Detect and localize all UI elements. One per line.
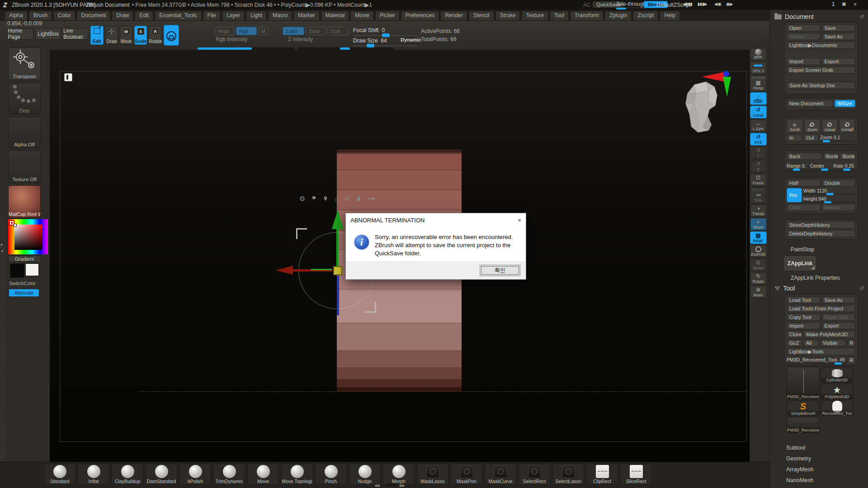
menu-item[interactable]: Light	[246, 11, 267, 20]
menu-item[interactable]: Color	[53, 11, 75, 20]
shelf-button[interactable]: Ghost	[750, 218, 767, 230]
shelf-button[interactable]: SPix 3	[750, 61, 767, 74]
save-as-startup-button[interactable]: Save As Startup Doc	[787, 82, 855, 89]
gizmo-center-handle[interactable]	[333, 266, 342, 275]
clone-button[interactable]: Clone	[787, 331, 802, 338]
brush-button[interactable]: TrimDynamic	[213, 464, 245, 485]
menu-item[interactable]: Stroke	[495, 11, 520, 20]
store-depth-history-button[interactable]: StoreDepthHistory	[787, 221, 855, 229]
ok-button[interactable]: 확인	[480, 265, 520, 276]
resize-button[interactable]: Resize	[822, 204, 856, 211]
shelf-button[interactable]: Move	[750, 286, 767, 298]
double-button[interactable]: Double	[822, 179, 856, 187]
half-button[interactable]: Half	[787, 179, 821, 187]
shelf-button[interactable]: Local	[750, 106, 767, 118]
export-screen-grab-button[interactable]: Export Screen Grab	[787, 66, 855, 74]
main-color-swatch[interactable]	[10, 263, 24, 278]
lightbox-button[interactable]: LightBox	[35, 28, 61, 40]
shelf-button[interactable]: Zoom3D	[750, 245, 767, 258]
reset-orientation-icon[interactable]: ↺	[344, 195, 350, 203]
edit-mode-button[interactable]: Edit	[90, 26, 104, 45]
menu-item[interactable]: Picker	[375, 11, 399, 20]
zoom-slider[interactable]: Zoom 0.1	[820, 135, 855, 141]
zapplink-button[interactable]: ZAppLink	[783, 255, 816, 271]
brush-button[interactable]: SelectLasso	[552, 464, 584, 485]
zoom-out-button[interactable]: Out	[803, 134, 819, 141]
draw-size-slider[interactable]: Draw Size 64	[353, 38, 387, 44]
menu-item[interactable]: Transform	[570, 11, 604, 20]
goz-visible-button[interactable]: Visible	[820, 339, 846, 347]
range-slider[interactable]: Range 0.	[787, 163, 809, 170]
tool-reset-icon[interactable]: ↺	[859, 285, 864, 291]
stroke-picker[interactable]: Dots	[8, 83, 41, 114]
mrgb-toggle[interactable]: Mrgb	[215, 27, 235, 35]
brush-button[interactable]: SliceRect	[620, 464, 652, 485]
height-slider[interactable]: Height 840	[803, 196, 855, 202]
divider-right-icon[interactable]: ▮▮▮▶	[698, 2, 708, 6]
dock-right-icon[interactable]: ▣▶	[726, 2, 733, 6]
goz-all-button[interactable]: All	[803, 339, 819, 347]
menu-item[interactable]: Macro	[268, 11, 292, 20]
menu-item[interactable]: Alpha	[5, 11, 28, 20]
tool-thumb-recovered[interactable]: Recovered_Too	[821, 400, 854, 416]
shelf-button[interactable]: BPR	[750, 48, 767, 61]
paste-tool-button[interactable]: Paste Tool	[822, 314, 856, 321]
aahalf-button[interactable]: AAHalf	[839, 119, 855, 133]
focal-shift-slider[interactable]: Focal Shift 0	[353, 27, 385, 33]
gear-icon[interactable]: ⚙	[299, 195, 305, 203]
menu-item[interactable]: File	[203, 11, 221, 20]
width-slider[interactable]: Width 1120	[803, 188, 855, 194]
document-panel-header[interactable]: Document ↺	[774, 13, 864, 20]
menu-item[interactable]: Help	[660, 11, 680, 20]
save-button[interactable]: Save	[822, 24, 856, 32]
dialog-title-bar[interactable]: ABNORMAL TERMINATION ×	[346, 213, 526, 227]
save-as-button[interactable]: Save As	[822, 33, 856, 40]
tool-export-button[interactable]: Export	[822, 322, 856, 329]
brush-button[interactable]: hPolish	[179, 464, 211, 485]
make-polymesh3d-button[interactable]: Make PolyMesh3D	[803, 331, 855, 338]
material-picker[interactable]: MatCap Red W	[8, 185, 41, 218]
tool-thumb-current[interactable]: PM3D_Recovere	[787, 367, 820, 399]
shelf-button[interactable]: XYZ	[750, 133, 767, 145]
m-toggle[interactable]: M	[258, 27, 269, 35]
shelf-button[interactable]: Z	[750, 160, 767, 173]
lightbox-tools-button[interactable]: Lightbox▶Tools	[787, 348, 855, 355]
current-brush-button[interactable]	[164, 25, 179, 46]
subtool-section[interactable]: Subtool	[786, 445, 805, 451]
menu-item[interactable]: Preferences	[401, 11, 439, 20]
brush-button[interactable]: MaskLasso	[417, 464, 448, 485]
color-picker[interactable]	[8, 219, 48, 254]
recovered-tool-slider[interactable]: PM3D_Recovered_Tool. 49	[787, 357, 846, 364]
back-button[interactable]: Back	[787, 153, 822, 160]
dynamic-label[interactable]: Dynamic	[401, 37, 421, 42]
shelf-button[interactable]: PolyF	[750, 231, 767, 244]
brush-button[interactable]: Nudge	[349, 464, 381, 485]
move-mode-button[interactable]: M Move	[120, 26, 132, 45]
draw-size-thumb[interactable]	[367, 44, 374, 47]
zoom-in-button[interactable]: In	[787, 134, 802, 141]
menu-item[interactable]: Movie	[350, 11, 374, 20]
shelf-button[interactable]: Rotate	[750, 272, 767, 285]
shelf-button[interactable]: Y	[750, 146, 767, 159]
menu-item[interactable]: Zplugin	[605, 11, 632, 20]
shelf-button[interactable]: Xpose	[750, 258, 767, 271]
menu-item[interactable]: Material	[321, 11, 349, 20]
crop-button[interactable]: Crop	[787, 204, 821, 211]
divider-left-icon[interactable]: ◀▮▮▮	[683, 2, 693, 6]
gradient-button[interactable]: Gradient	[8, 255, 41, 262]
minimize-button[interactable]: ↧	[831, 1, 835, 8]
border1-button[interactable]: Border	[823, 153, 839, 160]
secondary-color-swatch[interactable]	[25, 263, 39, 276]
menu-item[interactable]: Render	[440, 11, 467, 20]
brush-button[interactable]: MaskPen	[451, 464, 482, 485]
gizmo-x-arrow[interactable]	[276, 266, 293, 275]
center-slider[interactable]: Center	[810, 163, 832, 170]
shelf-button[interactable]: L.Sym	[750, 119, 767, 132]
tool-thumb-simplebrush[interactable]: SSimpleBrush	[787, 400, 820, 416]
gizmo-y-arrow[interactable]	[332, 210, 344, 229]
menu-item[interactable]: Edit	[135, 11, 153, 20]
zsub-toggle[interactable]: Zsub	[306, 27, 326, 35]
brush-button[interactable]: ClayBuildup	[112, 464, 143, 485]
tool-thumb-recovered2[interactable]: PM3D_Recovere	[787, 417, 820, 433]
shelf-button[interactable]: Dynamic Persp	[750, 75, 767, 91]
